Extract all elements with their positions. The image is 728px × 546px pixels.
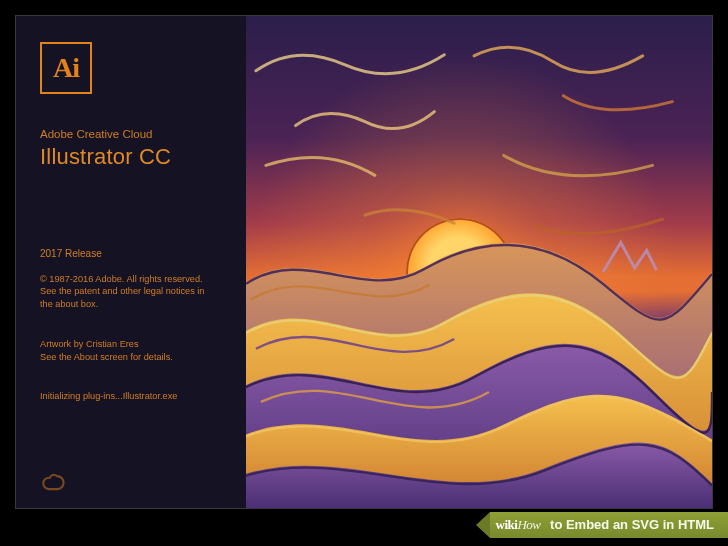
artwork-credit: Artwork by Cristian Eres See the About s… [40, 338, 228, 363]
watermark-title: to Embed an SVG in HTML [546, 517, 714, 532]
splash-info-panel: Ai Adobe Creative Cloud Illustrator CC 2… [16, 16, 246, 508]
artwork-credit-line2: See the About screen for details. [40, 351, 228, 363]
watermark-brand-suffix: How [517, 517, 540, 532]
artwork-waves [246, 213, 712, 508]
app-logo-box: Ai [40, 42, 92, 94]
loading-status: Initializing plug-ins...Illustrator.exe [40, 391, 228, 401]
product-name: Illustrator CC [40, 144, 228, 170]
splash-window: Ai Adobe Creative Cloud Illustrator CC 2… [15, 15, 713, 509]
app-logo-text: Ai [53, 52, 79, 84]
splash-artwork [246, 16, 712, 508]
artwork-credit-line1: Artwork by Cristian Eres [40, 338, 228, 350]
legal-notice: © 1987-2016 Adobe. All rights reserved. … [40, 273, 215, 310]
watermark-arrow [476, 512, 490, 538]
suite-label: Adobe Creative Cloud [40, 128, 228, 140]
release-label: 2017 Release [40, 248, 228, 259]
watermark-brand-prefix: wiki [496, 517, 518, 532]
watermark-text: wikiHow to Embed an SVG in HTML [490, 512, 728, 538]
watermark-banner: wikiHow to Embed an SVG in HTML [476, 512, 728, 538]
screenshot-stage: Ai Adobe Creative Cloud Illustrator CC 2… [0, 0, 728, 546]
creative-cloud-icon [40, 468, 66, 494]
